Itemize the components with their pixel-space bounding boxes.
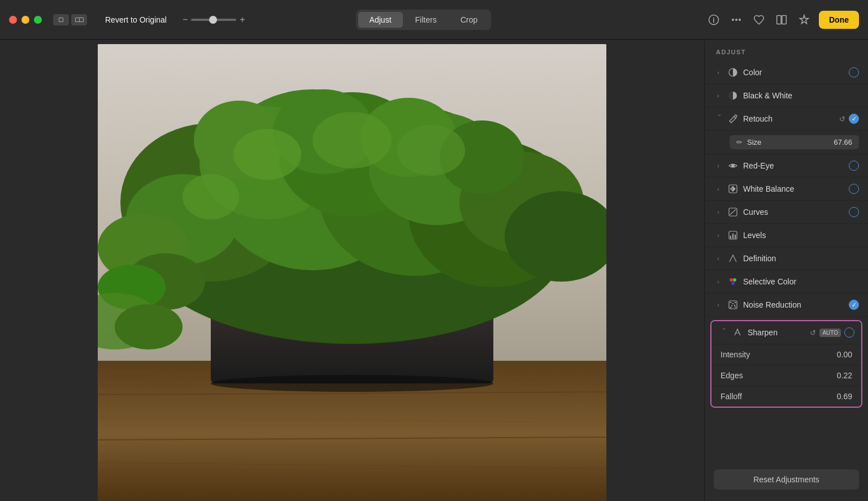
adjust-item-noise-reduction[interactable]: › Noise Reduction ✓ xyxy=(705,293,868,317)
zoom-controls: − + xyxy=(183,15,245,25)
intensity-label: Intensity xyxy=(721,350,837,359)
split-view-button[interactable] xyxy=(71,14,87,25)
retouch-icon xyxy=(727,113,739,124)
adjust-item-selective-color[interactable]: › Selective Color xyxy=(705,270,868,293)
svg-point-4 xyxy=(739,19,741,21)
sharpen-label: Sharpen xyxy=(748,328,810,337)
tab-crop[interactable]: Crop xyxy=(449,12,489,28)
chevron-right-icon: › xyxy=(714,184,723,193)
svg-rect-48 xyxy=(730,236,731,239)
size-label: Size xyxy=(747,138,761,146)
main-content: ADJUST › Color › xyxy=(0,40,868,501)
split-right-icon xyxy=(79,18,84,22)
svg-rect-57 xyxy=(735,302,736,303)
sharpen-badge xyxy=(844,327,854,338)
sharpen-controls: ↺ AUTO xyxy=(810,327,854,338)
adjust-item-sharpen[interactable]: › Sharpen ↺ AUTO xyxy=(711,321,861,344)
sharpen-section: › Sharpen ↺ AUTO xyxy=(710,320,862,408)
adjust-item-red-eye[interactable]: › Red-Eye xyxy=(705,154,868,178)
svg-point-38 xyxy=(397,125,465,176)
svg-point-44 xyxy=(732,165,735,167)
svg-point-2 xyxy=(732,19,734,21)
adjust-item-definition[interactable]: › Definition xyxy=(705,247,868,270)
info-button[interactable]: i xyxy=(706,12,722,28)
definition-label: Definition xyxy=(743,254,859,263)
falloff-label: Falloff xyxy=(721,392,837,401)
done-button[interactable]: Done xyxy=(819,11,859,29)
sharpen-icon xyxy=(732,327,743,338)
chevron-right-icon: › xyxy=(714,68,723,77)
svg-rect-55 xyxy=(730,302,731,303)
svg-rect-58 xyxy=(731,305,732,306)
adjust-item-levels[interactable]: › Levels xyxy=(705,224,868,247)
curves-icon xyxy=(727,206,739,218)
chevron-right-icon: › xyxy=(714,231,723,240)
retouch-reset-icon[interactable]: ↺ xyxy=(839,115,845,123)
tab-adjust[interactable]: Adjust xyxy=(358,12,403,28)
right-panel: ADJUST › Color › xyxy=(704,40,868,501)
zoom-out-button[interactable]: − xyxy=(183,15,188,25)
photo-area xyxy=(0,40,704,501)
svg-point-52 xyxy=(733,278,736,282)
close-button[interactable] xyxy=(9,16,17,24)
minimize-button[interactable] xyxy=(21,16,29,24)
sharpen-intensity-row: Intensity 0.00 xyxy=(711,344,861,365)
tab-filters[interactable]: Filters xyxy=(404,12,448,28)
retouch-section: › Retouch ↺ ✓ ✏ xyxy=(705,107,868,154)
svg-point-41 xyxy=(115,304,183,349)
svg-rect-5 xyxy=(777,15,782,24)
red-eye-badge xyxy=(849,161,859,171)
adjust-item-color[interactable]: › Color xyxy=(705,61,868,84)
single-view-icon xyxy=(59,18,63,22)
window-view-controls[interactable] xyxy=(53,14,87,25)
retouch-controls: ↺ ✓ xyxy=(839,114,859,124)
levels-label: Levels xyxy=(743,231,859,240)
white-balance-label: White Balance xyxy=(743,184,849,193)
maximize-button[interactable] xyxy=(34,16,42,24)
chevron-down-icon: › xyxy=(718,328,727,337)
sharpen-reset-icon[interactable]: ↺ xyxy=(810,329,816,337)
size-control[interactable]: ✏ Size 67.66 xyxy=(730,135,859,149)
svg-point-39 xyxy=(183,174,239,219)
intensity-value: 0.00 xyxy=(837,350,852,359)
photo-canvas[interactable] xyxy=(98,44,606,501)
red-eye-icon xyxy=(727,160,739,171)
edges-label: Edges xyxy=(721,371,837,380)
adjust-item-curves[interactable]: › Curves xyxy=(705,201,868,224)
noise-reduction-icon xyxy=(727,299,739,310)
revert-to-original-button[interactable]: Revert to Original xyxy=(98,12,173,28)
white-balance-badge xyxy=(849,184,859,194)
single-view-button[interactable] xyxy=(53,14,69,25)
svg-rect-59 xyxy=(734,305,735,306)
reset-adjustments-wrapper: Reset Adjustments xyxy=(705,461,868,501)
svg-point-51 xyxy=(730,278,733,282)
svg-rect-49 xyxy=(732,234,734,239)
svg-rect-6 xyxy=(782,15,787,24)
svg-point-53 xyxy=(731,282,735,285)
svg-point-37 xyxy=(313,112,392,169)
selective-color-label: Selective Color xyxy=(743,277,859,286)
adjust-item-black-white[interactable]: › Black & White xyxy=(705,84,868,107)
retouch-label: Retouch xyxy=(743,114,839,123)
sharpen-falloff-row: Falloff 0.69 xyxy=(711,386,861,407)
zoom-slider[interactable] xyxy=(191,19,236,21)
sharpen-edges-row: Edges 0.22 xyxy=(711,365,861,386)
color-label: Color xyxy=(743,68,849,77)
zoom-in-button[interactable]: + xyxy=(240,15,245,25)
adjust-item-white-balance[interactable]: › White Balance xyxy=(705,178,868,201)
noise-reduction-label: Noise Reduction xyxy=(743,300,849,309)
definition-icon xyxy=(727,253,739,264)
retouch-badge: ✓ xyxy=(849,114,859,124)
more-options-button[interactable] xyxy=(728,12,744,28)
chevron-right-icon: › xyxy=(714,277,723,286)
noise-reduction-badge: ✓ xyxy=(849,300,859,310)
adjust-item-retouch[interactable]: › Retouch ↺ ✓ xyxy=(705,107,868,131)
size-value: 67.66 xyxy=(834,138,852,146)
black-white-label: Black & White xyxy=(743,91,859,100)
compare-button[interactable] xyxy=(774,12,789,28)
chevron-right-icon: › xyxy=(714,254,723,263)
reset-adjustments-button[interactable]: Reset Adjustments xyxy=(714,469,859,490)
auto-enhance-button[interactable] xyxy=(796,12,812,28)
favorites-button[interactable] xyxy=(751,12,767,28)
levels-icon xyxy=(727,230,739,241)
